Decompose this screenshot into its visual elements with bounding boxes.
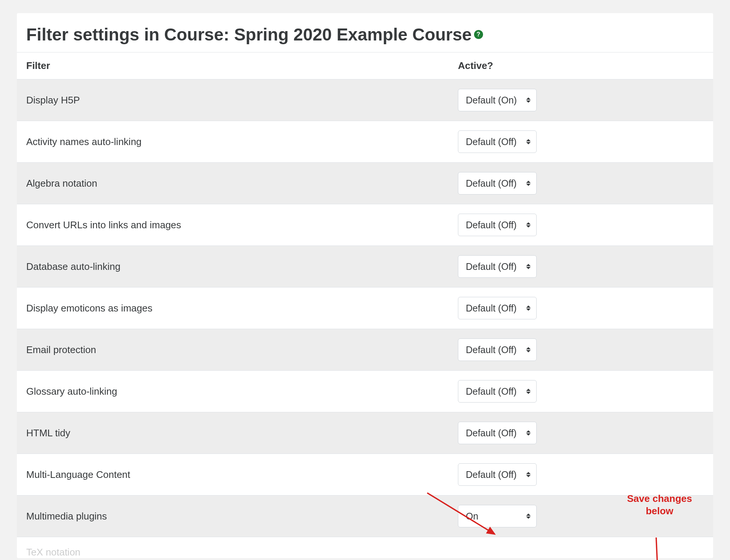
filter-label: Multimedia plugins	[17, 496, 449, 537]
page-container: Filter settings in Course: Spring 2020 E…	[0, 0, 730, 560]
filter-value-cell: Default (Off)	[449, 371, 713, 412]
filter-value-cell: Default (Off)	[449, 204, 713, 246]
table-row: Algebra notation Default (Off)	[17, 163, 713, 204]
filter-value-cell: Default (On)	[449, 79, 713, 121]
table-row: Database auto-linking Default (Off)	[17, 246, 713, 287]
column-header-filter: Filter	[17, 52, 449, 79]
filter-value-cell: On	[449, 496, 713, 537]
filter-select-algebra[interactable]: Default (Off)	[458, 172, 537, 195]
filter-select-wrap: Default (Off)	[458, 422, 537, 444]
filter-select-activity-names[interactable]: Default (Off)	[458, 130, 537, 153]
filter-label: Convert URLs into links and images	[17, 204, 449, 246]
table-row: Glossary auto-linking Default (Off)	[17, 371, 713, 412]
filter-label: Display emoticons as images	[17, 287, 449, 329]
content-card: Filter settings in Course: Spring 2020 E…	[17, 13, 713, 558]
filter-label: Multi-Language Content	[17, 454, 449, 496]
filter-select-wrap: Default (Off)	[458, 463, 537, 486]
page-title: Filter settings in Course: Spring 2020 E…	[17, 24, 713, 52]
filter-select-database[interactable]: Default (Off)	[458, 255, 537, 278]
filter-select-convert-urls[interactable]: Default (Off)	[458, 214, 537, 236]
table-row: Multi-Language Content Default (Off)	[17, 454, 713, 496]
table-row: TeX notation	[17, 537, 713, 559]
filter-select-glossary[interactable]: Default (Off)	[458, 380, 537, 403]
filter-select-wrap: Default (Off)	[458, 130, 537, 153]
filter-select-wrap: Default (On)	[458, 89, 537, 111]
filter-label: Algebra notation	[17, 163, 449, 204]
filter-value-cell: Default (Off)	[449, 454, 713, 496]
table-head-row: Filter Active?	[17, 52, 713, 79]
column-header-active: Active?	[449, 52, 713, 79]
filter-select-html-tidy[interactable]: Default (Off)	[458, 422, 537, 444]
filter-value-cell: Default (Off)	[449, 121, 713, 163]
filter-value-cell	[449, 537, 713, 559]
table-row: Activity names auto-linking Default (Off…	[17, 121, 713, 163]
filter-select-wrap: On	[458, 505, 537, 527]
filter-select-wrap: Default (Off)	[458, 338, 537, 361]
filter-select-wrap: Default (Off)	[458, 172, 537, 195]
filter-select-wrap: Default (Off)	[458, 380, 537, 403]
table-row: Display H5P Default (On)	[17, 79, 713, 121]
filter-value-cell: Default (Off)	[449, 246, 713, 287]
filter-select-emoticons[interactable]: Default (Off)	[458, 297, 537, 319]
filter-value-cell: Default (Off)	[449, 329, 713, 371]
filter-select-wrap: Default (Off)	[458, 214, 537, 236]
filter-label: HTML tidy	[17, 412, 449, 454]
question-circle-icon[interactable]: ?	[474, 30, 483, 39]
filter-label: TeX notation	[17, 537, 449, 559]
table-row: Convert URLs into links and images Defau…	[17, 204, 713, 246]
filters-table: Filter Active? Display H5P Default (On) …	[17, 52, 713, 558]
filter-value-cell: Default (Off)	[449, 287, 713, 329]
table-row: Display emoticons as images Default (Off…	[17, 287, 713, 329]
filter-select-multilang[interactable]: Default (Off)	[458, 463, 537, 486]
filter-label: Activity names auto-linking	[17, 121, 449, 163]
filter-label: Glossary auto-linking	[17, 371, 449, 412]
filter-select-wrap: Default (Off)	[458, 297, 537, 319]
filter-label: Email protection	[17, 329, 449, 371]
page-title-text: Filter settings in Course: Spring 2020 E…	[26, 24, 472, 45]
filter-value-cell: Default (Off)	[449, 163, 713, 204]
filter-label: Display H5P	[17, 79, 449, 121]
table-row: Multimedia plugins On	[17, 496, 713, 537]
filter-select-display-h5p[interactable]: Default (On)	[458, 89, 537, 111]
filter-label: Database auto-linking	[17, 246, 449, 287]
table-row: HTML tidy Default (Off)	[17, 412, 713, 454]
filter-select-wrap: Default (Off)	[458, 255, 537, 278]
filter-select-multimedia[interactable]: On	[458, 505, 537, 527]
filter-select-email-protection[interactable]: Default (Off)	[458, 338, 537, 361]
filter-value-cell: Default (Off)	[449, 412, 713, 454]
table-row: Email protection Default (Off)	[17, 329, 713, 371]
